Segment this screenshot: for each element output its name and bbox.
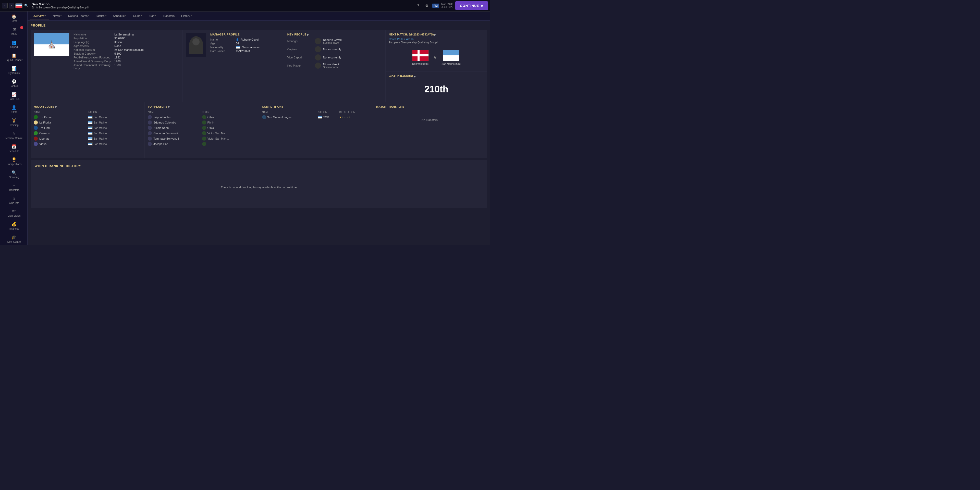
continue-button[interactable]: CONTINUE » [455,1,488,10]
sidebar-item-home[interactable]: 🏠 Home [0,11,27,24]
key-person-vice-captain: Vice-Captain None currently [287,54,383,60]
manager-key-nation: Sammarinese [323,41,342,44]
scouting-icon: 🔍 [11,170,17,175]
staff-icon: 👤 [11,105,17,110]
next-match-title[interactable]: NEXT MATCH: 8/9/2023 (67 DAYS) ▶ [389,33,484,36]
list-item[interactable]: Giacomo Benvenuti Victor San Mari... [148,131,256,135]
info-row-agreements: Agreements None [73,45,180,48]
sidebar-item-transfers[interactable]: ↔ Transfers [0,181,27,193]
top-bar-right: ? ⚙ FM Mon 09:00 3 Jul 2023 CONTINUE » [415,1,488,10]
list-item[interactable]: Tre Penne San Marino [34,115,142,119]
tab-staff[interactable]: Staff ▾ [146,13,159,19]
sidebar-label-squad-planner: Squad Planner [6,59,22,62]
list-item[interactable]: La Fiorita San Marino [34,121,142,124]
club-crest-icon [34,121,38,124]
clubs-name-col-header: NAME [34,111,88,114]
sidebar-label-data-hub: Data Hub [9,98,19,100]
sidebar-item-dev-centre[interactable]: 🎓 Dev. Centre [0,232,27,245]
club-nation: San Marino [94,137,107,140]
list-item[interactable]: Libertas San Marino [34,137,142,141]
population-value: 33,698K [115,37,125,40]
nickname-value: La Serenissima [115,33,134,36]
continue-arrow-icon: » [481,3,484,8]
sm-flag-graphic: ⛪ [34,33,69,56]
sidebar-label-competitions: Competitions [6,163,21,165]
list-item[interactable]: Cosmos San Marino [34,131,142,135]
vice-captain-avatar-sm [315,54,321,60]
player-club: Victor San Mari... [207,137,229,140]
sidebar-item-tactics[interactable]: ⚽ Tactics [0,76,27,89]
tab-schedule[interactable]: Schedule ▾ [110,13,130,19]
away-team-fixture: San Marino (6th) [442,50,460,65]
sidebar-item-club-vision[interactable]: 👁 Club Vision [0,207,27,219]
club-name: Libertas [39,137,49,140]
data-hub-icon: 📈 [11,92,17,97]
next-match-panel: NEXT MATCH: 8/9/2023 (67 DAYS) ▶ Ceres P… [386,30,487,72]
denmark-flag [412,50,429,61]
list-item[interactable]: Tre Fiori San Marino [34,126,142,130]
list-item[interactable]: Jacopo Pari [148,142,256,146]
sidebar-item-training[interactable]: 🏋 Training [0,116,27,129]
date-sub: 3 Jul 2023 [441,6,453,8]
key-player-name[interactable]: Nicola Nanni [323,63,339,66]
list-item[interactable]: Tommaso Benvenuti Victor San Mari... [148,137,256,141]
list-item[interactable]: San Marino League SMR ★★★★★ [262,115,370,119]
tab-news[interactable]: News ▾ [50,13,65,19]
competitions-title[interactable]: COMPETITIONS [262,105,370,108]
sidebar-item-competitions[interactable]: 🏆 Competitions [0,155,27,168]
players-name-col-header: NAME [148,111,202,114]
manager-nationality-label: Nationality [210,46,236,49]
manager-date-joined-value: 15/12/2023 [236,49,250,52]
forward-button[interactable]: › [9,3,14,8]
sidebar-item-data-hub[interactable]: 📈 Data Hub [0,89,27,103]
manager-name-label: Name [210,38,236,41]
sidebar-item-squad-planner[interactable]: 📋 Squad Planner [0,51,27,64]
club-nation-flag [88,132,93,135]
sidebar-item-dynamics[interactable]: 📊 Dynamics [0,64,27,76]
search-icon[interactable]: 🔍 [24,3,29,8]
home-team-name[interactable]: Denmark (5th) [412,62,428,65]
tab-overview[interactable]: Overview ▾ [30,13,49,19]
world-ranking-title[interactable]: WORLD RANKING ▶ [389,75,484,78]
settings-icon[interactable]: ⚙ [423,2,430,9]
manager-key-name[interactable]: Roberto Cevoli [323,38,342,41]
player-club: Olbia [207,116,214,119]
club-nation-flag [88,126,93,129]
venue-name[interactable]: Ceres Park & Arena [389,38,484,41]
tab-history[interactable]: History ▾ [178,13,195,19]
list-item[interactable]: Edoardo Colombo Rimini [148,121,256,124]
info-row-joined-world: Joined World Governing Body 1988 [73,60,180,63]
list-item[interactable]: Nicola Nanni Olbia [148,126,256,130]
top-bar-left: ‹ › 🔍 San Marino 6th in European Champio… [2,2,413,9]
sidebar-item-schedule[interactable]: 📅 Schedule [0,142,27,155]
sidebar-item-club-info[interactable]: ℹ Club Info [0,193,27,207]
list-item[interactable]: Virtus San Marino [34,142,142,146]
player-name: Nicola Nanni [153,126,169,129]
sidebar-item-inbox[interactable]: ✉ Inbox 7 [0,24,27,38]
major-transfers-panel: MAJOR TRANSFERS No Transfers. [373,102,487,158]
tab-national-teams[interactable]: National Teams ▾ [65,13,92,19]
tab-tactics[interactable]: Tactics ▾ [93,13,110,19]
team-flag [15,3,22,8]
away-team-name[interactable]: San Marino (6th) [442,62,460,65]
list-item[interactable]: Filippo Fabbri Olbia [148,115,256,119]
sidebar-item-squad[interactable]: 👥 Squad [0,38,27,51]
top-players-title[interactable]: TOP PLAYERS ▶ [148,105,256,108]
key-people-title[interactable]: KEY PEOPLE ▶ [287,33,383,36]
languages-label: Language(s) [73,41,115,44]
sidebar-label-medical: Medical Centre [5,137,22,140]
nav-tabs: Overview ▾ News ▾ National Teams ▾ Tacti… [27,11,490,21]
transfers-icon: ↔ [12,183,16,188]
sidebar-item-medical[interactable]: ⚕ Medical Centre [0,129,27,142]
sidebar-item-scouting[interactable]: 🔍 Scouting [0,168,27,181]
sidebar-item-staff[interactable]: 👤 Staff [0,103,27,116]
sidebar-item-finances[interactable]: 💰 Finances [0,219,27,232]
tab-transfers[interactable]: Transfers [160,13,178,19]
help-icon[interactable]: ? [415,2,422,9]
profile-header: PROFILE [30,24,487,27]
back-button[interactable]: ‹ [2,3,8,8]
date-main: Mon 09:00 [441,3,453,6]
tab-clubs[interactable]: Clubs ▾ [130,13,145,19]
major-clubs-title[interactable]: MAJOR CLUBS ▶ [34,105,142,108]
club-nation: San Marino [94,143,107,145]
